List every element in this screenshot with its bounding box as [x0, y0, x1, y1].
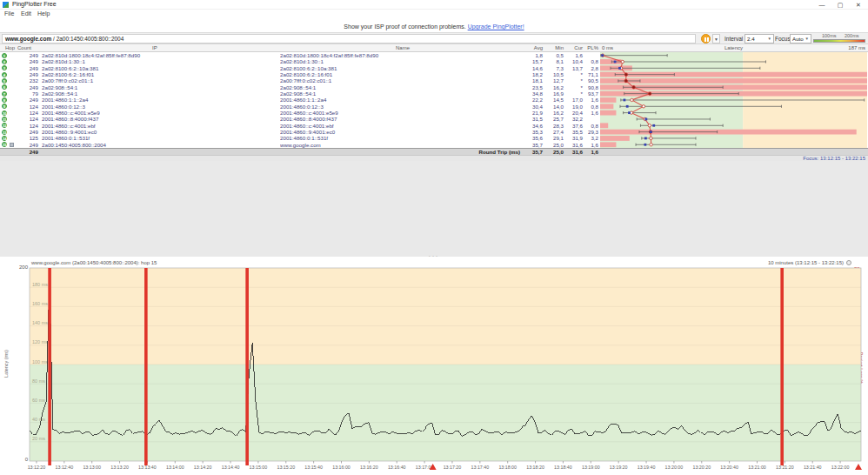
hop-badge: 3	[2, 65, 7, 70]
header-pl[interactable]: PL%	[578, 45, 598, 50]
hop-badge: 1	[2, 53, 7, 58]
menu-bar: File Edit Help	[0, 10, 868, 19]
min-cell: 7,3	[543, 65, 564, 71]
pl-cell: 90,8	[578, 84, 598, 90]
focus-select[interactable]: ▼Auto	[790, 34, 811, 43]
header-hop[interactable]: Hop	[5, 45, 15, 50]
pl-cell: 71,1	[578, 71, 598, 77]
target-input[interactable]: www.google.com / 2a00:1450:4005:800::200…	[2, 34, 696, 43]
svg-text:180 ms: 180 ms	[32, 282, 48, 287]
header-min[interactable]: Min	[543, 45, 564, 50]
avg-cell: 23,5	[517, 84, 543, 90]
menu-help[interactable]: Help	[37, 10, 50, 17]
ip-cell: 2a02:810d:1800:18c4:f2af:85ff:fe87:8d90	[42, 52, 277, 58]
name-cell: 2001:4860::8:4000:f437	[280, 116, 520, 122]
ip-cell: 2a02:8100:6:2::16:f01	[42, 71, 277, 77]
close-button[interactable]: ✕	[850, 0, 867, 10]
hop-badge: 9	[2, 104, 7, 109]
latency-legend-labels: 100ms 200ms	[813, 33, 865, 38]
name-cell: www.google.com	[280, 142, 520, 148]
avg-cell: 34,8	[517, 90, 543, 97]
min-cell: 14,0	[543, 104, 564, 110]
ip-cell: 2a02:810d:1:30::1	[42, 58, 277, 64]
count-cell: 249	[12, 52, 38, 58]
pl-cell: 1,6	[578, 97, 598, 103]
ip-cell: 2a00:1450:4005:800::2004	[42, 142, 277, 148]
legend-100ms: 100ms	[822, 33, 837, 38]
name-cell: 2a02:810d:1800:18c4:f2af:85ff:fe87:8d90	[280, 52, 520, 58]
svg-text:13:21:40: 13:21:40	[804, 465, 822, 470]
name-cell: 2001:4860:0:1::531f	[280, 135, 520, 141]
window-title: PingPlotter Free	[12, 1, 57, 7]
menu-edit[interactable]: Edit	[21, 10, 31, 17]
target-suffix: / 2a00:1450:4005:800::2004	[51, 36, 124, 42]
interval-select[interactable]: ▼2.4 seconds	[744, 34, 774, 43]
header-count[interactable]: Count	[17, 45, 31, 50]
title-bar: PingPlotter Free — ▢ ✕	[0, 0, 868, 10]
hop-badge: 2	[2, 59, 7, 64]
chevron-down-icon: ▼	[805, 35, 809, 43]
svg-text:13:19:00: 13:19:00	[582, 465, 600, 470]
svg-text:13:18:20: 13:18:20	[526, 465, 544, 470]
svg-text:13:16:40: 13:16:40	[388, 465, 406, 470]
pause-button[interactable]	[701, 34, 711, 43]
svg-text:13:19:20: 13:19:20	[610, 465, 628, 470]
svg-text:13:17:40: 13:17:40	[471, 465, 490, 470]
min-cell: 14,5	[543, 97, 564, 103]
app-icon	[3, 2, 9, 8]
pause-dropdown-caret-icon[interactable]: ▼	[712, 34, 720, 43]
svg-text:120 ms: 120 ms	[32, 339, 48, 345]
min-cell: 28,3	[543, 123, 564, 129]
hop-badge: 11	[2, 117, 7, 122]
hop-badge: 10	[2, 110, 7, 116]
svg-text:13:12:20: 13:12:20	[28, 465, 46, 470]
count-cell: 124	[12, 104, 38, 110]
count-cell: 249	[12, 129, 38, 135]
name-cell: 2001:4860:1:1::2a4	[280, 97, 520, 103]
header-name[interactable]: Name	[396, 45, 410, 50]
svg-text:13:14:20: 13:14:20	[194, 465, 212, 470]
avg-cell: 15,7	[517, 58, 543, 64]
hop-badge: 8	[2, 97, 7, 103]
latency-time-series[interactable]: 20 ms40 ms60 ms80 ms100 ms120 ms140 ms16…	[0, 257, 868, 475]
min-cell: 8,1	[543, 58, 564, 64]
ip-cell: 2001:4860:0:1::531f	[42, 135, 277, 141]
minimize-button[interactable]: —	[813, 0, 831, 10]
avg-cell: 35,3	[517, 129, 543, 135]
ip-cell: 2001:4860:0:12::3	[42, 104, 277, 110]
header-avg[interactable]: Avg	[517, 45, 543, 50]
menu-file[interactable]: File	[4, 10, 14, 17]
name-cell: 2001:4860::c:4001:e5e9	[280, 110, 520, 116]
svg-text:13:12:40: 13:12:40	[56, 465, 74, 470]
pl-cell: 2,8	[578, 65, 598, 71]
svg-text:13:22:00: 13:22:00	[831, 465, 850, 470]
svg-text:80 ms: 80 ms	[32, 378, 45, 384]
name-cell: 2a02:908::54:1	[280, 90, 520, 97]
svg-text:100 ms: 100 ms	[32, 359, 48, 365]
route-latency-graph	[600, 52, 868, 161]
maximize-button[interactable]: ▢	[831, 0, 849, 10]
ip-cell: 2a02:908::54:1	[42, 90, 277, 97]
ip-cell: 2001:4860::9:4001:ec0	[42, 129, 277, 135]
avg-cell: 21,9	[517, 110, 543, 116]
pl-cell: 3,2	[578, 135, 598, 141]
svg-text:13:18:40: 13:18:40	[554, 465, 572, 470]
min-cell: 0,5	[543, 52, 564, 58]
avg-cell: 31,5	[517, 116, 543, 122]
svg-text:13:13:20: 13:13:20	[110, 465, 129, 470]
min-cell: 25,7	[543, 116, 564, 122]
svg-text:13:17:20: 13:17:20	[444, 465, 462, 470]
upgrade-link[interactable]: Upgrade PingPlotter!	[468, 23, 524, 30]
table-header-row: Hop Count IP Name Avg Min Cur PL% 0 ms L…	[0, 44, 868, 52]
ip-cell: 2001:4860:1:1::2a4	[42, 97, 277, 103]
latency-scale-max: 187 ms	[818, 45, 865, 50]
min-cell: 16,2	[543, 84, 564, 90]
ip-cell: 2a00:7fff:0:c02:c01::1	[42, 77, 277, 84]
min-cell: 16,2	[543, 110, 564, 116]
header-ip[interactable]: IP	[152, 45, 157, 50]
ip-cell: 2001:4860::8:4000:f437	[42, 116, 277, 122]
svg-text:160 ms: 160 ms	[32, 301, 48, 306]
avg-cell: 1,8	[517, 52, 543, 58]
avg-cell: 22,2	[517, 97, 543, 103]
pl-cell: 90,5	[578, 77, 598, 84]
